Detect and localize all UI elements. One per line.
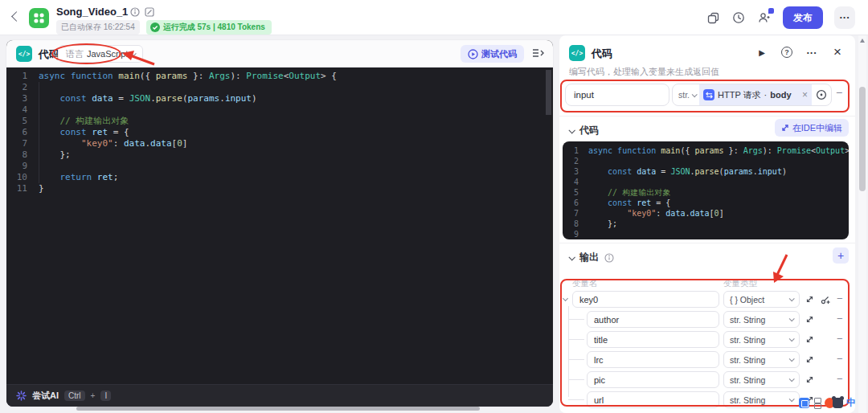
- code-line: 7 "key0": data.data[0]: [6, 138, 553, 149]
- panel-scrollbar-thumb[interactable]: [859, 87, 866, 191]
- remove-field-button[interactable]: [837, 292, 843, 305]
- chevron-down-icon: [692, 92, 698, 97]
- variable-name-input[interactable]: [587, 371, 719, 388]
- add-output-button[interactable]: +: [833, 247, 849, 264]
- ctrl-key-badge: Ctrl: [64, 391, 85, 401]
- variable-type-select[interactable]: str. String: [723, 391, 800, 408]
- variable-type-value: str. String: [730, 375, 765, 385]
- code-line: 6 const ret = {: [6, 127, 553, 138]
- back-chevron-icon[interactable]: [11, 11, 22, 22]
- variable-type-value: str. String: [730, 335, 765, 345]
- duplicate-icon[interactable]: [706, 10, 720, 25]
- variable-name-input[interactable]: [587, 311, 719, 328]
- collaborators-icon[interactable]: [757, 10, 772, 25]
- variable-type-value: { } Object: [730, 295, 764, 305]
- line-content: const ret = {: [588, 198, 670, 208]
- top-bar-actions: 发布: [706, 6, 855, 29]
- tray-panda-icon[interactable]: [833, 398, 843, 408]
- close-icon[interactable]: [831, 46, 844, 59]
- variable-type-select[interactable]: { } Object: [723, 291, 800, 308]
- editor-scrollbar[interactable]: [546, 70, 551, 115]
- chevron-down-icon: [568, 254, 575, 260]
- variable-type-select[interactable]: str. String: [723, 331, 800, 348]
- remove-field-button[interactable]: [837, 373, 843, 385]
- expand-icon[interactable]: [805, 315, 814, 324]
- line-number: 1: [563, 145, 579, 156]
- output-rows: { } Objectstr. Stringstr. Stringstr. Str…: [559, 291, 855, 411]
- code-line: 5 // 构建输出对象: [563, 187, 849, 198]
- chevron-down-icon: [789, 396, 795, 402]
- status-badges: 已自动保存 16:22:54 运行完成 57s | 4810 Tokens: [56, 20, 272, 35]
- output-section-header[interactable]: 输出: [569, 251, 614, 264]
- variable-type-select[interactable]: str. String: [723, 371, 800, 388]
- tray-app-icon[interactable]: [799, 398, 809, 408]
- add-child-field-icon[interactable]: [821, 294, 831, 305]
- code-section-header[interactable]: 代码: [569, 124, 599, 137]
- run-status-badge[interactable]: 运行完成 57s | 4810 Tokens: [146, 20, 272, 35]
- output-row-pic: str. String: [559, 371, 855, 388]
- code-node-icon: [16, 46, 32, 62]
- line-number: 8: [6, 149, 27, 161]
- workflow-title: Song_Video_1: [56, 6, 128, 18]
- divider: [559, 243, 855, 243]
- info-icon[interactable]: [604, 253, 614, 263]
- reference-settings-icon[interactable]: [812, 89, 831, 100]
- ime-language-indicator[interactable]: 中: [846, 398, 856, 408]
- variable-name-input[interactable]: [572, 291, 719, 308]
- code-editor-area[interactable]: 1async function main({ params }: Args): …: [6, 67, 553, 384]
- line-content: // 构建输出对象: [588, 187, 670, 198]
- editor-panel-title: 代码: [39, 47, 59, 62]
- expand-icon[interactable]: [805, 375, 814, 384]
- input-type-control: str. HTTP 请求 · body: [672, 84, 832, 106]
- test-code-button[interactable]: 测试代码: [461, 45, 524, 63]
- more-icon[interactable]: [805, 46, 818, 59]
- code-line: 3 const data = JSON.parse(params.input): [6, 93, 553, 104]
- column-variable-type: 变量类型: [723, 278, 757, 289]
- os-ime-tray: 中: [799, 396, 856, 410]
- panel-collapse-icon[interactable]: [532, 47, 545, 62]
- run-node-icon[interactable]: [755, 46, 768, 59]
- code-line: 9: [6, 161, 553, 172]
- line-number: 9: [6, 161, 27, 172]
- history-icon[interactable]: [731, 10, 746, 25]
- clear-reference-icon[interactable]: [802, 89, 808, 100]
- variable-type-select[interactable]: str. String: [723, 311, 800, 328]
- indent-guide: [39, 82, 39, 183]
- remove-field-button[interactable]: [837, 333, 843, 345]
- editor-footer: 尝试AI Ctrl + I: [6, 384, 553, 407]
- expand-icon: [781, 124, 789, 132]
- variable-name-input[interactable]: [587, 391, 719, 408]
- variable-type-select[interactable]: str. String: [723, 351, 800, 368]
- info-icon[interactable]: [130, 7, 140, 17]
- variable-reference-tag[interactable]: HTTP 请求 · body: [699, 84, 812, 105]
- language-selector[interactable]: 语言 JavaScript: [58, 45, 143, 63]
- input-name-field[interactable]: [565, 84, 669, 106]
- remove-field-button[interactable]: [837, 353, 843, 365]
- try-ai-label[interactable]: 尝试AI: [32, 390, 59, 402]
- line-number: 2: [563, 156, 579, 166]
- ref-field-name: body: [770, 90, 791, 100]
- code-preview[interactable]: 1async function main({ params }: Args): …: [563, 141, 849, 239]
- workflow-app-icon[interactable]: [29, 8, 49, 28]
- line-number: 11: [6, 183, 27, 194]
- variable-name-input[interactable]: [587, 331, 719, 348]
- expand-icon[interactable]: [805, 335, 814, 344]
- remove-input-button[interactable]: [836, 86, 842, 99]
- remove-field-button[interactable]: [837, 313, 843, 325]
- publish-button[interactable]: 发布: [783, 6, 823, 29]
- tray-grid-icon[interactable]: [813, 398, 821, 408]
- expand-icon[interactable]: [805, 355, 814, 364]
- variable-name-input[interactable]: [587, 351, 719, 368]
- collapse-chevron-icon[interactable]: [563, 296, 568, 301]
- code-line: 7 "key0": data.data[0]: [563, 208, 849, 219]
- expand-icon[interactable]: [805, 295, 814, 304]
- more-actions-button[interactable]: [834, 6, 855, 29]
- tree-connector-elbow: [568, 339, 584, 340]
- line-number: 4: [6, 104, 27, 116]
- horizontal-scrollbar[interactable]: [76, 407, 480, 411]
- scrollbar-up-arrow[interactable]: [860, 39, 865, 43]
- edit-in-ide-button[interactable]: 在IDE中编辑: [775, 119, 849, 137]
- help-icon[interactable]: [781, 47, 792, 58]
- type-abbr-dropdown[interactable]: str.: [673, 90, 699, 100]
- edit-icon[interactable]: [145, 7, 154, 17]
